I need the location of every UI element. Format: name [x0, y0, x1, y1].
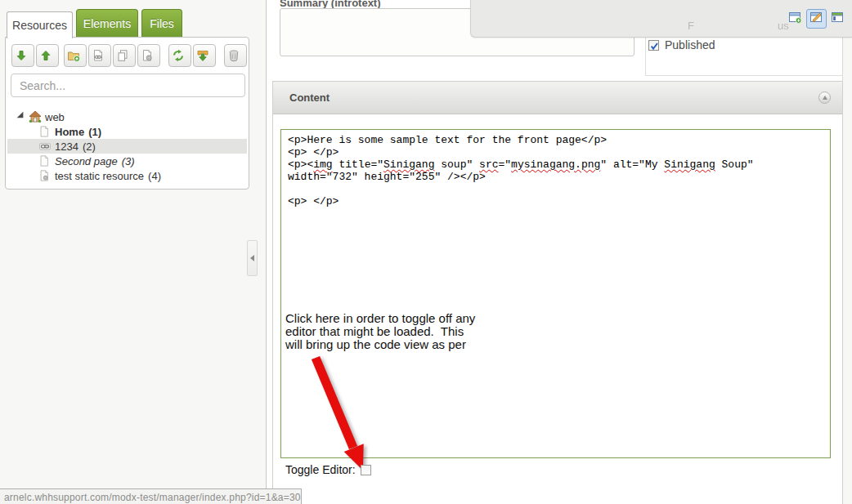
duplicate-document-button[interactable] [113, 44, 136, 67]
tree-item-label: test static resource [55, 170, 144, 182]
collapse-up-icon [823, 96, 827, 100]
tab-files[interactable]: Files [141, 9, 182, 37]
sort-tree-icon [196, 49, 209, 62]
content-panel-header: Content [273, 82, 842, 114]
trash-icon [227, 49, 240, 62]
tree-item-home[interactable]: Home (1) [7, 124, 247, 139]
window-add-icon [788, 11, 802, 27]
new-resource-window-button[interactable] [785, 9, 805, 29]
tree-item-label: 1234 [55, 140, 78, 153]
code-line: <p>Here is some sample text for the fron… [288, 134, 823, 146]
content-panel-title: Content [289, 91, 330, 104]
document-icon [38, 125, 52, 138]
resource-tree-panel: web Home (1) 1234 (2) Second page (3) te… [5, 37, 249, 190]
move-down-icon [15, 49, 28, 62]
tree-toolbar [11, 44, 247, 67]
tree-item-id: (4) [148, 170, 161, 182]
panel-collapse-toggle[interactable] [818, 91, 831, 104]
weblink-icon [92, 49, 105, 62]
tree-item-label: Home [55, 126, 84, 138]
section-divider [645, 75, 843, 76]
new-static-resource-button[interactable] [137, 44, 160, 67]
published-label: Published [665, 38, 715, 51]
tree-item-second-page[interactable]: Second page (3) [7, 154, 247, 168]
edit-resource-window-button[interactable] [806, 9, 827, 29]
home-context-icon [29, 110, 42, 123]
published-checkbox-row[interactable]: Published [648, 38, 715, 51]
tree-expander-icon[interactable] [16, 110, 25, 123]
code-line: <p> </p> [288, 195, 823, 207]
tree-root-label: web [45, 111, 65, 123]
refresh-tree-button[interactable] [168, 44, 191, 67]
modx-manager-screen: Resources Elements Files web Home (1) [0, 0, 852, 504]
sidebar-collapse-handle[interactable] [247, 240, 258, 276]
document-gear-icon [38, 169, 52, 182]
layout-preview-window-button[interactable] [827, 9, 848, 29]
tree-item-test-static-resource[interactable]: test static resource (4) [7, 168, 247, 183]
document-icon [38, 154, 52, 167]
tree-item-label: Second page [55, 155, 118, 167]
resource-view-toggles [785, 9, 848, 29]
code-line: <p><img title="Sinigang soup" src="mysin… [288, 158, 823, 171]
trash-button[interactable] [224, 44, 247, 67]
tree-item-id: (3) [122, 155, 135, 167]
new-document-folder-icon [67, 49, 80, 62]
tree-item-id: (1) [88, 126, 101, 138]
collapse-left-icon [250, 255, 254, 261]
toggle-editor-row: Toggle Editor: [285, 463, 371, 476]
published-checkbox[interactable] [648, 40, 659, 51]
code-line: <p> </p> [288, 146, 823, 158]
search-input[interactable] [11, 74, 245, 97]
code-line: width="732" height="255" /></p> [288, 171, 823, 183]
status-url: arnelc.whhsupport.com/modx-test/manager/… [4, 492, 302, 503]
annotation-note: Click here in order to toggle off any ed… [285, 312, 475, 351]
new-weblink-button[interactable] [88, 44, 111, 67]
tab-elements[interactable]: Elements [76, 9, 138, 37]
toggle-editor-checkbox[interactable] [361, 465, 371, 475]
tree-item-1234[interactable]: 1234 (2) [7, 139, 247, 154]
weblink-chain-icon [38, 140, 52, 153]
tab-resources[interactable]: Resources [7, 11, 73, 38]
refresh-icon [172, 49, 185, 62]
tab-files-label: Files [150, 17, 174, 30]
status-bar: arnelc.whhsupport.com/modx-test/manager/… [0, 488, 302, 504]
window-layout-icon [831, 11, 845, 27]
content-code-editor[interactable]: <p>Here is some sample text for the fron… [280, 129, 831, 458]
window-edit-icon [809, 11, 823, 27]
new-document-button[interactable] [64, 44, 87, 67]
tab-elements-label: Elements [83, 17, 131, 30]
ghost-text-fragment: F [688, 20, 694, 32]
tree-item-id: (2) [83, 140, 96, 153]
move-up-icon [39, 49, 52, 62]
tree-root-web[interactable]: web [7, 109, 247, 124]
move-up-button[interactable] [36, 44, 59, 67]
resource-edit-panel: Summary (introtext) Published Content <p… [266, 0, 843, 504]
code-line [288, 183, 823, 195]
sort-tree-button[interactable] [193, 44, 216, 67]
content-panel: Content <p>Here is some sample text for … [272, 81, 843, 504]
tab-resources-label: Resources [12, 19, 67, 32]
toggle-editor-label: Toggle Editor: [285, 463, 356, 476]
move-down-button[interactable] [11, 44, 34, 67]
copy-icon [116, 49, 129, 62]
document-gear-icon [141, 49, 154, 62]
